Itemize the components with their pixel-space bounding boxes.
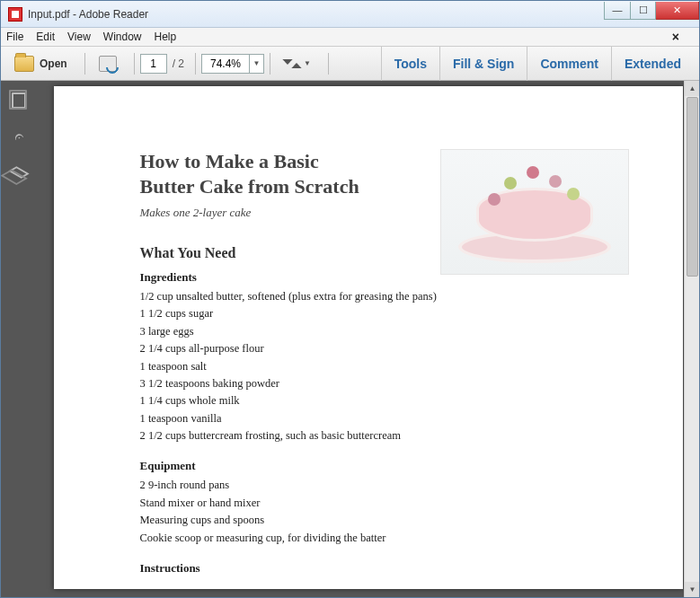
side-panel: 𝄐 xyxy=(1,81,37,597)
list-item: Cookie scoop or measuring cup, for divid… xyxy=(140,530,683,547)
expand-icon xyxy=(284,56,300,72)
list-item: 2 9-inch round pans xyxy=(140,477,683,494)
open-label: Open xyxy=(40,57,67,70)
fit-button[interactable]: ▼ xyxy=(276,51,319,76)
separator xyxy=(328,53,329,75)
ingredients-list: 1/2 cup unsalted butter, softened (plus … xyxy=(140,288,683,444)
app-icon xyxy=(8,7,22,22)
page-navigator: / 2 xyxy=(140,54,190,74)
menu-window[interactable]: Window xyxy=(103,31,142,43)
zoom-dropdown-icon[interactable]: ▼ xyxy=(249,55,263,73)
tools-button[interactable]: Tools xyxy=(381,47,439,81)
menu-bar: File Edit View Window Help × xyxy=(1,28,699,47)
comment-button[interactable]: Comment xyxy=(527,47,611,81)
zoom-value[interactable] xyxy=(202,57,249,70)
separator xyxy=(84,53,85,75)
work-area: 𝄐 How to Make a Basic Butter Cake from S… xyxy=(1,81,699,597)
list-item: 2 1/2 cups buttercream frosting, such as… xyxy=(140,427,683,444)
doc-title: How to Make a Basic Butter Cake from Scr… xyxy=(140,149,374,198)
separator xyxy=(270,53,270,75)
list-item: Stand mixer or hand mixer xyxy=(140,495,683,512)
equipment-list: 2 9-inch round pans Stand mixer or hand … xyxy=(140,477,683,547)
list-item: 1 1/4 cups whole milk xyxy=(140,392,683,409)
list-item: 3 large eggs xyxy=(140,323,683,340)
maximize-button[interactable]: ☐ xyxy=(631,2,656,20)
minimize-button[interactable]: — xyxy=(604,2,631,20)
pdf-page: How to Make a Basic Butter Cake from Scr… xyxy=(54,86,683,589)
list-item: Measuring cups and spoons xyxy=(140,512,683,529)
list-item: 1 teaspoon vanilla xyxy=(140,410,683,427)
layers-icon[interactable] xyxy=(10,163,28,181)
menu-view[interactable]: View xyxy=(67,31,91,43)
document-viewport[interactable]: How to Make a Basic Butter Cake from Scr… xyxy=(37,81,699,597)
page-input[interactable] xyxy=(140,54,167,74)
folder-icon xyxy=(14,56,34,72)
separator xyxy=(195,53,196,75)
list-item: 3 1/2 teaspoons baking powder xyxy=(140,375,683,392)
attachments-icon[interactable]: 𝄐 xyxy=(7,125,31,148)
list-item: 1/2 cup unsalted butter, softened (plus … xyxy=(140,288,683,305)
menu-edit[interactable]: Edit xyxy=(36,31,55,43)
window-title: Input.pdf - Adobe Reader xyxy=(28,8,604,21)
extended-button[interactable]: Extended xyxy=(611,47,694,81)
scroll-thumb[interactable] xyxy=(687,97,698,277)
chevron-down-icon[interactable]: ▼ xyxy=(304,59,311,67)
instructions-heading: Instructions xyxy=(140,561,683,576)
separator xyxy=(134,53,135,75)
list-item: 1 teaspoon salt xyxy=(140,358,683,375)
convert-button[interactable] xyxy=(91,51,125,76)
open-button[interactable]: Open xyxy=(6,51,75,76)
list-item: 1 1/2 cups sugar xyxy=(140,305,683,322)
scroll-down-icon[interactable]: ▼ xyxy=(685,582,700,597)
scroll-up-icon[interactable]: ▲ xyxy=(685,81,700,96)
equipment-heading: Equipment xyxy=(140,459,683,473)
list-item: 2 1/4 cups all-purpose flour xyxy=(140,340,683,357)
toolbar: Open / 2 ▼ ▼ Tools Fill & Sign Comment E… xyxy=(1,47,699,81)
scrollbar[interactable]: ▲ ▼ xyxy=(684,81,699,597)
convert-icon xyxy=(99,56,117,72)
title-bar: Input.pdf - Adobe Reader — ☐ ✕ xyxy=(1,1,699,28)
zoom-control[interactable]: ▼ xyxy=(201,54,264,74)
page-total: / 2 xyxy=(173,57,184,70)
close-button[interactable]: ✕ xyxy=(656,2,699,20)
thumbnails-icon[interactable] xyxy=(10,92,28,110)
menu-file[interactable]: File xyxy=(6,31,23,43)
menubar-close-icon[interactable]: × xyxy=(672,30,679,44)
cake-image xyxy=(440,149,629,275)
fill-sign-button[interactable]: Fill & Sign xyxy=(439,47,527,81)
menu-help[interactable]: Help xyxy=(155,31,177,43)
